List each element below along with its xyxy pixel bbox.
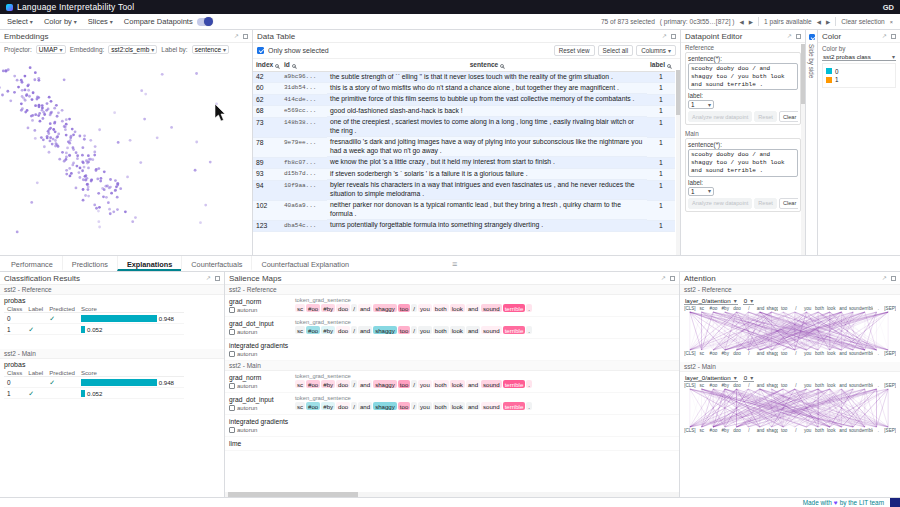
- salience-token[interactable]: sound: [481, 380, 502, 388]
- salience-token[interactable]: terrible: [503, 380, 526, 388]
- salience-token[interactable]: sc: [295, 304, 305, 312]
- salience-token[interactable]: .: [526, 402, 532, 410]
- maximize-icon[interactable]: [670, 276, 675, 281]
- salience-token[interactable]: /: [411, 380, 417, 388]
- salience-token[interactable]: /: [351, 326, 357, 334]
- table-row[interactable]: 89fb8c07...we know the plot 's a little …: [253, 157, 675, 168]
- vertical-scrollbar[interactable]: [801, 44, 805, 255]
- toggle-switch-icon[interactable]: [197, 18, 212, 26]
- popout-icon[interactable]: ↗: [882, 33, 887, 39]
- salience-token[interactable]: .: [526, 326, 532, 334]
- clear-button[interactable]: Clear: [779, 198, 798, 209]
- salience-token[interactable]: sc: [295, 402, 305, 410]
- autorun-checkbox[interactable]: [229, 427, 235, 433]
- label-select[interactable]: 1▾: [688, 187, 714, 196]
- salience-token[interactable]: and: [358, 380, 372, 388]
- salience-token[interactable]: sound: [481, 402, 502, 410]
- popout-icon[interactable]: ↗: [787, 33, 792, 39]
- salience-token[interactable]: terrible: [503, 326, 526, 334]
- salience-token[interactable]: sound: [481, 304, 502, 312]
- autorun-control[interactable]: autorun: [229, 405, 291, 411]
- color-by-select[interactable]: sst2 probas class▾: [822, 53, 896, 61]
- tab-explanations[interactable]: Explanations: [117, 256, 181, 271]
- salience-token[interactable]: too: [398, 380, 410, 388]
- salience-token[interactable]: you: [418, 380, 432, 388]
- analyze-new-datapoint-button[interactable]: Analyze new datapoint: [688, 198, 752, 209]
- salience-token[interactable]: sc: [295, 380, 305, 388]
- next-pair-button[interactable]: ▶: [826, 19, 830, 25]
- only-show-selected-checkbox[interactable]: [257, 47, 264, 54]
- autorun-checkbox[interactable]: [229, 307, 235, 313]
- maximize-icon[interactable]: [796, 34, 801, 39]
- columns-button[interactable]: Columns▾: [636, 45, 676, 56]
- color-by-menu[interactable]: Color by▾: [44, 17, 77, 26]
- close-icon[interactable]: ×: [890, 19, 893, 25]
- search-icon[interactable]: [292, 64, 296, 68]
- salience-token[interactable]: you: [418, 326, 432, 334]
- sentence-input[interactable]: scooby dooby doo / and shaggy too / you …: [688, 149, 798, 176]
- salience-token[interactable]: doo: [336, 326, 350, 334]
- autorun-control[interactable]: autorun: [229, 351, 291, 357]
- salience-token[interactable]: both: [433, 326, 449, 334]
- embedding-scatter-plot[interactable]: [0, 56, 250, 251]
- sort-icon[interactable]: ▲: [280, 63, 281, 68]
- salience-token[interactable]: and: [358, 304, 372, 312]
- salience-token[interactable]: and: [358, 326, 372, 334]
- salience-token[interactable]: too: [398, 304, 410, 312]
- autorun-checkbox[interactable]: [229, 383, 235, 389]
- maximize-icon[interactable]: [215, 276, 220, 281]
- salience-token[interactable]: #oo: [306, 304, 320, 312]
- reset-button[interactable]: Reset: [754, 198, 777, 209]
- autorun-control[interactable]: autorun: [229, 307, 291, 313]
- next-datapoint-button[interactable]: ▶: [749, 19, 753, 25]
- autorun-checkbox[interactable]: [229, 351, 235, 357]
- salience-token[interactable]: #by: [321, 402, 335, 410]
- sentence-input[interactable]: scooby dooby doo / and shaggy too / you …: [688, 63, 798, 90]
- salience-token[interactable]: look: [450, 380, 465, 388]
- salience-token[interactable]: you: [418, 402, 432, 410]
- salience-token[interactable]: sound: [481, 326, 502, 334]
- tab-counterfactual-explanation[interactable]: Counterfactual Explanation: [251, 256, 358, 271]
- autorun-control[interactable]: autorun: [229, 427, 291, 433]
- popout-icon[interactable]: ↗: [206, 275, 211, 281]
- salience-token[interactable]: #oo: [306, 380, 320, 388]
- reset-button[interactable]: Reset: [754, 111, 777, 122]
- salience-token[interactable]: look: [450, 402, 465, 410]
- attention-layer-select[interactable]: layer_0/attention▾: [684, 374, 738, 382]
- search-icon[interactable]: [667, 64, 671, 68]
- salience-token[interactable]: shaggy: [373, 326, 397, 334]
- embedding-select[interactable]: sst2:cls_emb▾: [108, 45, 157, 54]
- user-badge[interactable]: GD: [883, 3, 894, 12]
- popout-icon[interactable]: ↗: [662, 33, 667, 39]
- horizontal-scrollbar[interactable]: [225, 492, 679, 497]
- attention-layer-select[interactable]: layer_0/attention▾: [684, 297, 738, 305]
- column-header-sentence[interactable]: sentence: [327, 59, 647, 71]
- salience-token[interactable]: #by: [321, 326, 335, 334]
- label-select[interactable]: 1▾: [688, 100, 714, 109]
- column-header-label[interactable]: label: [647, 59, 675, 71]
- salience-token[interactable]: both: [433, 304, 449, 312]
- slices-menu[interactable]: Slices▾: [88, 17, 113, 26]
- select-all-button[interactable]: Select all: [598, 45, 634, 56]
- salience-token[interactable]: doo: [336, 304, 350, 312]
- maximize-icon[interactable]: [671, 34, 676, 39]
- table-row[interactable]: 6031db54...this is a story of two misfit…: [253, 83, 675, 94]
- popout-icon[interactable]: ↗: [661, 275, 666, 281]
- side-by-side-checkbox[interactable]: [809, 34, 815, 40]
- table-row[interactable]: 42a9bc96...the subtle strength of `` ell…: [253, 71, 675, 83]
- table-row[interactable]: 62414cde...the primitive force of this f…: [253, 94, 675, 105]
- salience-token[interactable]: both: [433, 380, 449, 388]
- popout-icon[interactable]: ↗: [234, 33, 239, 39]
- salience-token[interactable]: shaggy: [373, 380, 397, 388]
- tab-performance[interactable]: Performance: [2, 256, 62, 271]
- prev-pair-button[interactable]: ◀: [817, 19, 821, 25]
- salience-token[interactable]: /: [411, 326, 417, 334]
- salience-token[interactable]: sc: [295, 326, 305, 334]
- attention-head-select[interactable]: 0▾: [743, 374, 754, 382]
- select-menu[interactable]: Select▾: [7, 17, 33, 26]
- attention-head-select[interactable]: 0▾: [743, 297, 754, 305]
- salience-token[interactable]: #by: [321, 304, 335, 312]
- analyze-new-datapoint-button[interactable]: Analyze new datapoint: [688, 111, 752, 122]
- column-header-index[interactable]: index▲: [253, 59, 281, 71]
- salience-token[interactable]: and: [466, 304, 480, 312]
